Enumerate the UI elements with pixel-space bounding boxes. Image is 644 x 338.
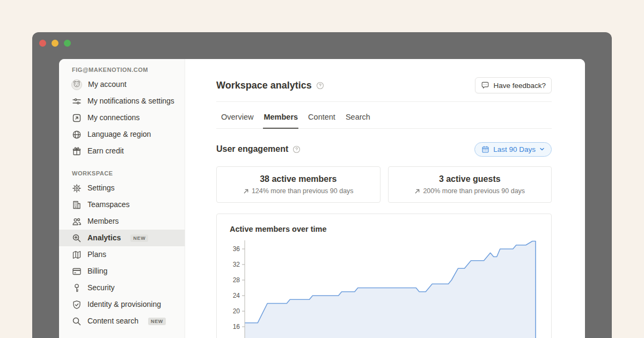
- svg-text:24: 24: [233, 292, 240, 299]
- stat-value: 3 active guests: [439, 174, 501, 184]
- svg-text:32: 32: [233, 261, 240, 268]
- sidebar-item-teamspaces[interactable]: Teamspaces: [59, 196, 185, 213]
- credit-card-icon: [72, 267, 82, 276]
- active-members-chart: 363228242016: [230, 240, 538, 338]
- sidebar-item-my-notifications-settings[interactable]: My notifications & settings: [59, 93, 185, 109]
- sidebar-item-language-region[interactable]: Language & region: [59, 126, 185, 143]
- calendar-icon: [481, 145, 489, 153]
- close-button[interactable]: [39, 40, 46, 47]
- tab-content[interactable]: Content: [308, 108, 336, 129]
- settings-modal: FIG@MAKENOTION.COM My account My notific…: [59, 59, 585, 338]
- chart-title: Active members over time: [230, 225, 538, 233]
- account-items: My account My notifications & settings M…: [59, 76, 185, 159]
- key-icon: [72, 283, 82, 293]
- sidebar-item-content-search[interactable]: Content search NEW: [59, 313, 185, 329]
- help-icon[interactable]: [292, 145, 301, 153]
- sidebar-item-my-account[interactable]: My account: [59, 76, 185, 93]
- stat-delta: 200% more than previous 90 days: [423, 187, 525, 195]
- chevron-down-icon: [539, 146, 545, 152]
- globe-icon: [72, 130, 82, 139]
- chart-area-fill: [245, 241, 536, 338]
- map-icon: [72, 250, 82, 260]
- speech-bubble-icon: [481, 81, 489, 90]
- avatar: [71, 79, 82, 90]
- svg-text:36: 36: [233, 245, 240, 253]
- new-badge: NEW: [148, 318, 166, 325]
- magnifier-icon: [72, 317, 82, 326]
- tab-bar: Overview Members Content Search: [216, 102, 552, 129]
- arrow-up-right-icon: [414, 188, 420, 194]
- have-feedback-button[interactable]: Have feedback?: [475, 77, 552, 93]
- arrow-up-right-icon: [243, 188, 249, 194]
- shield-check-icon: [72, 300, 82, 310]
- stat-value: 38 active members: [260, 174, 336, 184]
- app-window: FIG@MAKENOTION.COM My account My notific…: [32, 32, 612, 338]
- people-icon: [72, 217, 82, 226]
- minimize-button[interactable]: [52, 40, 58, 47]
- gear-icon: [72, 183, 82, 193]
- stat-cards: 38 active members 124% more than previou…: [216, 166, 552, 203]
- sidebar-item-earn-credit[interactable]: Earn credit: [59, 143, 185, 159]
- sidebar-item-settings[interactable]: Settings: [59, 180, 185, 196]
- date-range-button[interactable]: Last 90 Days: [474, 142, 552, 157]
- sidebar-item-security[interactable]: Security: [59, 280, 185, 296]
- building-icon: [72, 200, 82, 210]
- chart-y-ticks: 363228242016: [233, 245, 245, 330]
- tab-search[interactable]: Search: [345, 108, 371, 129]
- stat-card: 3 active guests 200% more than previous …: [388, 166, 552, 203]
- stat-delta: 124% more than previous 90 days: [252, 187, 354, 195]
- help-icon[interactable]: [316, 82, 324, 90]
- workspace-items: Settings Teamspaces Members Analytics NE…: [59, 180, 185, 329]
- page-title: Workspace analytics: [216, 80, 312, 91]
- gift-icon: [72, 146, 82, 156]
- sidebar-item-plans[interactable]: Plans: [59, 246, 185, 263]
- stat-card: 38 active members 124% more than previou…: [216, 166, 380, 203]
- main-content: Workspace analytics Have feedback? Overv…: [185, 59, 585, 338]
- svg-text:16: 16: [233, 323, 240, 330]
- settings-sidebar: FIG@MAKENOTION.COM My account My notific…: [59, 59, 185, 338]
- tab-overview[interactable]: Overview: [221, 108, 254, 129]
- sidebar-item-members[interactable]: Members: [59, 213, 185, 230]
- sidebar-item-analytics[interactable]: Analytics NEW: [59, 230, 185, 246]
- sidebar-item-billing[interactable]: Billing: [59, 263, 185, 280]
- sliders-icon: [72, 97, 82, 106]
- zoom-button[interactable]: [64, 40, 71, 47]
- sidebar-item-my-connections[interactable]: My connections: [59, 109, 185, 126]
- arrow-up-right-box-icon: [72, 113, 82, 123]
- svg-text:28: 28: [233, 276, 240, 284]
- sidebar-item-identity-provisioning[interactable]: Identity & provisioning: [59, 296, 185, 313]
- svg-text:20: 20: [233, 307, 240, 315]
- workspace-section-header: WORKSPACE: [72, 169, 185, 178]
- account-email-header: FIG@MAKENOTION.COM: [72, 65, 185, 74]
- window-controls: [39, 40, 71, 47]
- section-title: User engagement: [216, 144, 288, 154]
- tab-members[interactable]: Members: [263, 108, 298, 129]
- new-badge: NEW: [130, 234, 148, 242]
- magnifier-plus-icon: [72, 233, 82, 243]
- chart-card: Active members over time 363228242016: [216, 214, 552, 338]
